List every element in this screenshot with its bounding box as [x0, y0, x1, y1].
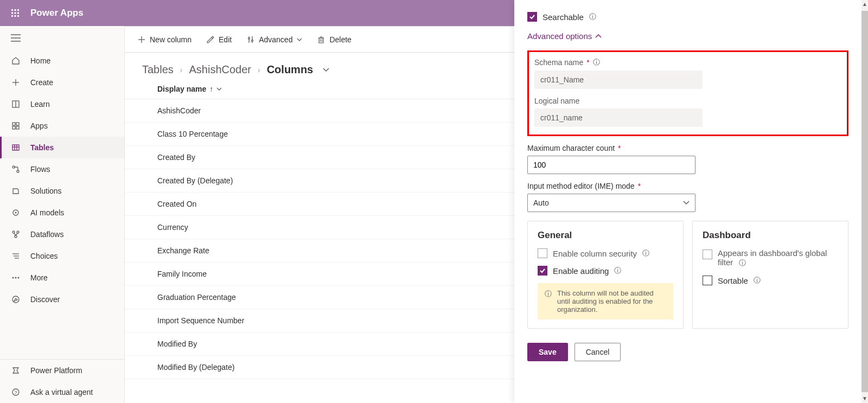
- scroll-thumb[interactable]: [861, 11, 868, 392]
- info-icon[interactable]: ⓘ: [614, 266, 621, 276]
- dashboard-filter-label: Appears in dashboard's global filter ⓘ: [718, 248, 838, 268]
- schema-name-input: [534, 71, 703, 89]
- scroll-down-arrow[interactable]: ▼: [861, 395, 868, 402]
- table-icon: [11, 143, 21, 152]
- dashboard-filter-checkbox[interactable]: [703, 250, 712, 259]
- flow-icon: [11, 164, 21, 174]
- sidebar-item-label: AI models: [30, 208, 64, 217]
- sidebar-item-power-platform[interactable]: Power Platform: [0, 360, 124, 381]
- auditing-warning-text: This column will not be audited until au…: [557, 289, 666, 314]
- svg-point-38: [18, 277, 20, 279]
- pencil-icon: [207, 36, 214, 43]
- cell-display-name: AshishCoder: [157, 106, 396, 115]
- svg-text:?: ?: [14, 390, 17, 395]
- cancel-label: Cancel: [586, 348, 610, 356]
- cell-display-name: Modified By (Delegate): [157, 363, 396, 372]
- sidebar-item-discover[interactable]: Discover: [0, 289, 124, 310]
- waffle-launcher[interactable]: [4, 2, 26, 24]
- advanced-options-toggle[interactable]: Advanced options: [527, 31, 848, 41]
- cell-display-name: Import Sequence Number: [157, 316, 396, 325]
- cancel-button[interactable]: Cancel: [575, 343, 621, 361]
- breadcrumb-table[interactable]: AshishCoder: [189, 63, 251, 76]
- chevron-down-icon[interactable]: [323, 68, 329, 72]
- sidebar-item-label: More: [30, 273, 48, 282]
- searchable-label: Searchable: [542, 12, 584, 22]
- svg-rect-16: [12, 123, 15, 125]
- sidebar-item-label: Discover: [30, 295, 60, 304]
- column-security-checkbox[interactable]: [538, 248, 547, 258]
- sidebar-item-learn[interactable]: Learn: [0, 93, 124, 115]
- column-security-label: Enable column security: [553, 249, 637, 258]
- sidebar-item-label: Home: [30, 56, 50, 65]
- svg-rect-6: [11, 15, 13, 17]
- cell-display-name: Class 10 Percentage: [157, 130, 396, 138]
- delete-button[interactable]: Delete: [313, 33, 355, 46]
- ime-mode-select[interactable]: Auto: [527, 194, 695, 212]
- sidebar-item-dataflows[interactable]: Dataflows: [0, 223, 124, 245]
- sidebar-item-apps[interactable]: Apps: [0, 115, 124, 137]
- chevron-right-icon: ›: [180, 66, 183, 74]
- sidebar-item-flows[interactable]: Flows: [0, 158, 124, 180]
- chevron-down-icon: [683, 201, 690, 205]
- searchable-checkbox[interactable]: [527, 12, 537, 22]
- sortable-label: Sortable: [718, 276, 748, 285]
- sidebar-item-label: Ask a virtual agent: [30, 388, 93, 396]
- col-header-display-name[interactable]: Display name ↑: [157, 85, 396, 93]
- cell-display-name: Currency: [157, 223, 396, 232]
- sidebar-item-label: Flows: [30, 165, 50, 174]
- svg-rect-20: [12, 145, 19, 150]
- chevron-down-icon: [297, 38, 302, 41]
- apps-icon: [11, 121, 21, 131]
- sidebar-item-choices[interactable]: Choices: [0, 245, 124, 267]
- cell-display-name: Modified By: [157, 340, 396, 348]
- platform-icon: [11, 366, 21, 375]
- info-icon[interactable]: ⓘ: [754, 276, 761, 285]
- sidebar-item-more[interactable]: More: [0, 267, 124, 289]
- info-icon[interactable]: ⓘ: [739, 259, 746, 267]
- ime-mode-value: Auto: [533, 199, 549, 207]
- new-column-label: New column: [150, 35, 192, 44]
- advanced-button[interactable]: Advanced: [242, 33, 307, 46]
- sidebar-item-solutions[interactable]: Solutions: [0, 180, 124, 202]
- info-icon[interactable]: ⓘ: [593, 57, 600, 67]
- sidebar-item-create[interactable]: Create: [0, 72, 124, 93]
- col-header-label: Display name: [157, 85, 206, 93]
- enable-auditing-checkbox[interactable]: [538, 266, 547, 276]
- sidebar-ask-agent[interactable]: ? Ask a virtual agent: [0, 381, 124, 403]
- info-icon[interactable]: ⓘ: [589, 12, 596, 22]
- trash-icon: [317, 36, 325, 43]
- breadcrumb-root[interactable]: Tables: [142, 63, 174, 76]
- sortable-checkbox[interactable]: [703, 276, 712, 285]
- svg-rect-5: [17, 12, 19, 14]
- plus-icon: [138, 36, 145, 43]
- new-column-button[interactable]: New column: [133, 33, 196, 46]
- save-button[interactable]: Save: [527, 343, 568, 361]
- svg-rect-7: [15, 15, 16, 17]
- hamburger-icon[interactable]: [0, 26, 124, 50]
- cell-display-name: Created On: [157, 200, 396, 208]
- max-char-input[interactable]: [527, 156, 695, 174]
- svg-rect-4: [15, 12, 16, 14]
- plus-icon: [11, 78, 21, 87]
- info-icon: ⓘ: [545, 289, 552, 314]
- sidebar-item-home[interactable]: Home: [0, 50, 124, 72]
- vertical-scrollbar[interactable]: ▲ ▼: [861, 0, 868, 403]
- advanced-label: Advanced: [259, 35, 292, 44]
- sidebar-item-tables[interactable]: Tables: [0, 137, 124, 158]
- edit-button[interactable]: Edit: [202, 33, 236, 46]
- sidebar-item-label: Learn: [30, 100, 50, 108]
- cell-display-name: Created By: [157, 153, 396, 162]
- svg-rect-18: [12, 126, 15, 129]
- svg-point-46: [248, 37, 250, 39]
- scroll-up-arrow[interactable]: ▲: [861, 1, 868, 8]
- svg-point-30: [15, 235, 17, 238]
- advanced-options-label: Advanced options: [527, 31, 592, 41]
- svg-point-39: [12, 296, 19, 303]
- chevron-up-icon: [595, 34, 602, 39]
- info-icon[interactable]: ⓘ: [642, 248, 649, 258]
- sidebar-item-ai-models[interactable]: AI models: [0, 202, 124, 223]
- edit-label: Edit: [219, 35, 232, 44]
- sidebar-item-label: Power Platform: [30, 366, 82, 375]
- schema-name-label: Schema name* ⓘ: [534, 57, 841, 67]
- delete-label: Delete: [329, 35, 351, 44]
